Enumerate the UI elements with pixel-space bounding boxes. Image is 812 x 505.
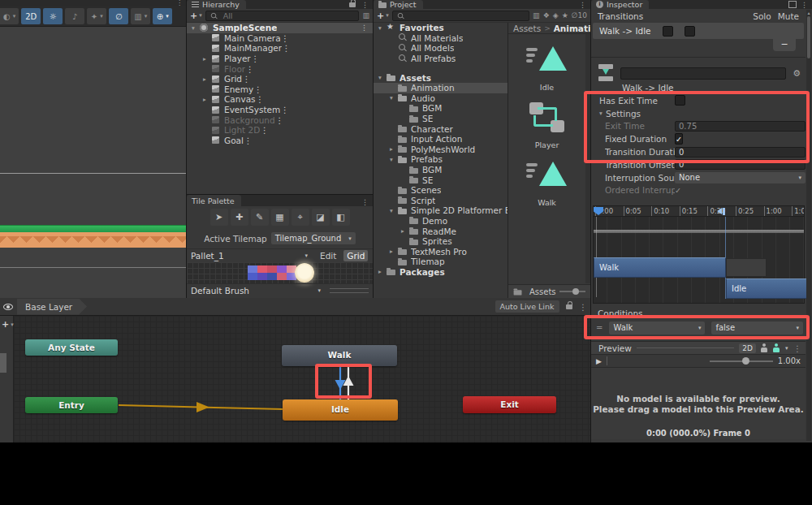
expand-arrow[interactable] <box>378 24 387 32</box>
preview-speed-slider[interactable] <box>710 360 773 362</box>
eye-icon[interactable] <box>3 304 13 310</box>
tree-item[interactable]: Background ⋮ <box>187 114 373 125</box>
panel-menu-icon[interactable]: ⋮ <box>361 198 369 206</box>
tree-item[interactable]: Main Camera ⋮ <box>187 33 373 44</box>
preview-header[interactable]: Preview 2D ▾ ⋮ <box>591 341 806 355</box>
tile-sprite[interactable] <box>267 273 277 280</box>
expand-arrow[interactable] <box>390 94 398 101</box>
tile-sprite[interactable] <box>267 265 277 273</box>
timeline-ruler[interactable]: 0:000:050:100:150:200:251:001:0 <box>594 206 804 217</box>
tree-item[interactable]: All Prefabs <box>374 54 508 64</box>
play-button[interactable]: ▶ <box>596 357 602 365</box>
state-node-entry[interactable]: Entry <box>25 397 118 413</box>
state-node-walk[interactable]: Walk <box>282 345 397 366</box>
state-node-idle[interactable]: Idle <box>283 399 398 421</box>
shading-mode-button[interactable]: ◐ ▾ <box>0 8 19 24</box>
asset-item[interactable]: Player <box>526 102 568 149</box>
gizmos-button[interactable]: ⊕ ▾ <box>153 8 172 24</box>
tile-sprite[interactable] <box>248 265 257 273</box>
scrollbar[interactable]: ▴ <box>806 10 811 441</box>
box-fill-tool[interactable]: ▦ <box>271 209 289 226</box>
tree-item[interactable]: All Models <box>374 43 508 54</box>
ordered-interruption-checkbox[interactable] <box>675 185 681 195</box>
expand-arrow[interactable] <box>203 76 211 83</box>
item-menu-icon[interactable]: ⋮ <box>282 43 291 53</box>
tree-item[interactable]: TextMesh Pro <box>374 246 508 257</box>
brush-size-slider[interactable] <box>330 288 369 293</box>
transition-name-field[interactable] <box>620 67 786 80</box>
timeline-clip-extension[interactable] <box>726 258 767 277</box>
grid-toggle-button[interactable]: Grid <box>343 250 368 261</box>
exit-time-field[interactable]: 0.75 <box>675 121 806 132</box>
tree-item[interactable]: Character <box>374 123 508 134</box>
item-menu-icon[interactable]: ⋮ <box>281 33 290 43</box>
tree-item[interactable]: Light 2D ⋮ <box>187 125 373 136</box>
tree-item[interactable]: EventSystem ⋮ <box>187 105 373 115</box>
breadcrumb-root[interactable]: Assets <box>513 24 541 33</box>
transition-timeline[interactable]: 0:000:050:100:150:200:251:001:0 Walk Idl… <box>593 205 805 304</box>
tree-item[interactable]: ReadMe <box>374 226 508 236</box>
tile-sprite[interactable] <box>277 265 287 273</box>
avatar-icon[interactable] <box>773 343 780 352</box>
tile-sprite[interactable] <box>248 273 257 280</box>
preview-2d-button[interactable]: 2D <box>739 343 756 353</box>
tree-item[interactable]: Animation <box>374 83 508 93</box>
transition-duration-field[interactable]: 0 <box>675 147 806 158</box>
tab-project[interactable]: Project <box>374 0 423 9</box>
drag-handle-icon[interactable]: = <box>596 323 603 332</box>
panel-menu-icon[interactable]: ⋮ <box>361 1 369 9</box>
item-menu-icon[interactable]: ⋮ <box>275 115 284 125</box>
hidden-count-badge[interactable]: ∅10 <box>572 11 587 19</box>
condition-value-select[interactable]: false ▾ <box>711 322 803 335</box>
search-by-type-icon[interactable]: ▥ <box>362 11 369 19</box>
mute-checkbox[interactable] <box>685 26 695 37</box>
lock-icon[interactable] <box>566 304 572 309</box>
tree-item[interactable]: MainManager ⋮ <box>187 43 373 54</box>
create-asset-button[interactable]: +▾ <box>377 11 389 21</box>
transition-list-item[interactable]: Walk -> Idle <box>593 23 804 39</box>
transition-end-marker[interactable] <box>723 208 725 215</box>
add-object-button[interactable]: +▾ <box>190 11 202 21</box>
search-by-label-icon[interactable]: ◈ <box>553 11 559 19</box>
tree-item[interactable]: Script <box>374 196 508 206</box>
tree-item[interactable]: Scenes <box>374 185 508 196</box>
scene-visibility-button[interactable]: ∅ ▾ <box>109 8 128 24</box>
tree-item[interactable]: SampleScene ⋮ <box>187 23 373 33</box>
tree-item[interactable]: PolyMeshWorld <box>374 145 508 155</box>
tree-item[interactable]: Canvas ⋮ <box>187 94 373 105</box>
panel-menu-icon[interactable]: ⋮ <box>579 1 586 9</box>
2d-mode-button[interactable]: 2D ▾ <box>21 8 41 24</box>
lock-icon[interactable] <box>349 2 356 7</box>
item-menu-icon[interactable]: ⋮ <box>260 125 269 135</box>
picker-tool[interactable]: ⌖ <box>292 209 309 226</box>
tree-item[interactable]: All Materials <box>374 33 508 44</box>
favorites-star-icon[interactable]: ★ <box>562 11 568 19</box>
item-menu-icon[interactable]: ⋮ <box>361 24 373 32</box>
expand-arrow[interactable] <box>390 156 398 163</box>
active-tilemap-select[interactable]: Tilemap_Ground ▾ <box>271 232 356 244</box>
remove-transition-button[interactable]: − <box>773 39 796 51</box>
zoom-slider[interactable] <box>559 291 585 292</box>
camera-button[interactable]: ▥ ▾ <box>131 8 150 24</box>
eraser-tool[interactable]: ◪ <box>312 209 330 226</box>
panel-menu-icon[interactable]: ⋮ <box>801 1 808 9</box>
has-exit-time-checkbox[interactable] <box>675 95 685 106</box>
tab-tile-palette[interactable]: Tile Palette <box>187 195 241 206</box>
tree-item[interactable]: Grid ⋮ <box>187 74 373 84</box>
brush-tool[interactable]: ✎ <box>251 209 269 226</box>
scene-lighting-button[interactable]: ☼ ▾ <box>43 8 63 24</box>
expand-arrow[interactable] <box>390 207 398 214</box>
windows-icon[interactable] <box>788 2 795 8</box>
preview-area[interactable]: No model is available for preview. Pleas… <box>591 368 806 439</box>
timeline-clip-walk[interactable]: Walk <box>594 257 726 278</box>
fixed-duration-checkbox[interactable] <box>675 133 683 145</box>
item-menu-icon[interactable]: ⋮ <box>251 54 260 63</box>
item-menu-icon[interactable]: ⋮ <box>253 84 262 94</box>
palette-select[interactable]: Pallet_1 ▾ <box>191 251 313 261</box>
transition-band[interactable] <box>594 230 804 233</box>
tree-item[interactable]: Favorites <box>374 23 508 33</box>
expand-arrow[interactable] <box>192 24 200 32</box>
item-menu-icon[interactable]: ⋮ <box>244 136 253 145</box>
effects-button[interactable]: ✦ ▾ <box>87 8 106 24</box>
state-node-exit[interactable]: Exit <box>463 396 556 413</box>
